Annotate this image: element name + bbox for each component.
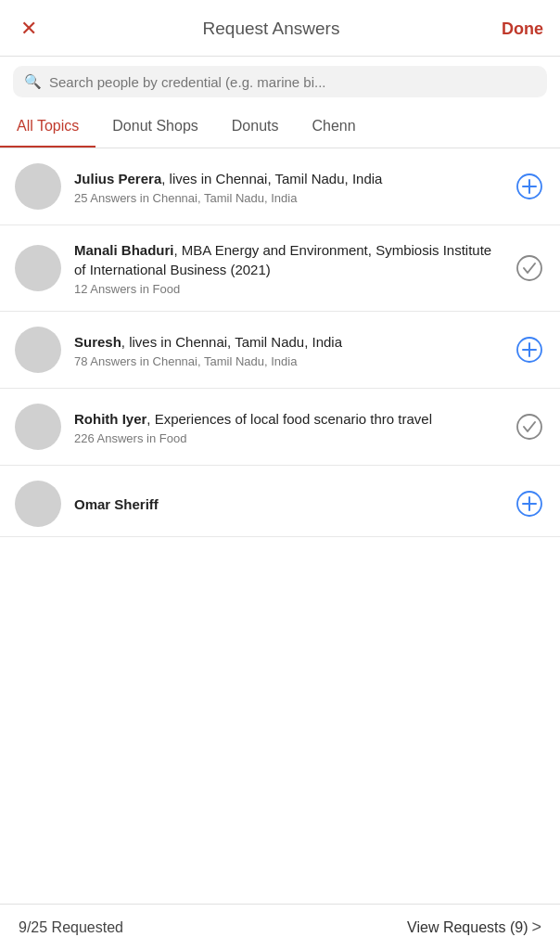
search-inner[interactable]: 🔍 xyxy=(13,66,547,97)
requested-count: 9/25 Requested xyxy=(19,919,123,936)
close-button[interactable]: ✕ xyxy=(17,13,41,45)
tab-chenn[interactable]: Chenn xyxy=(296,107,373,148)
person-name: Manali Bhaduri, MBA Energy and Environme… xyxy=(74,240,501,279)
avatar xyxy=(15,327,61,373)
check-button[interactable] xyxy=(514,411,545,443)
person-subtitle: 78 Answers in Chennai, Tamil Nadu, India xyxy=(74,354,501,368)
view-requests-button[interactable]: View Requests (9) > xyxy=(407,918,541,937)
check-button[interactable] xyxy=(514,252,545,284)
avatar xyxy=(15,245,61,291)
tab-all-topics[interactable]: All Topics xyxy=(0,107,95,148)
add-button[interactable] xyxy=(514,334,545,366)
person-info: Julius Perera, lives in Chennai, Tamil N… xyxy=(74,169,501,205)
person-info: Rohith Iyer, Experiences of local food s… xyxy=(74,409,501,445)
tab-donuts[interactable]: Donuts xyxy=(215,107,296,148)
done-button[interactable]: Done xyxy=(502,19,543,39)
avatar xyxy=(15,163,61,210)
add-button[interactable] xyxy=(514,488,545,520)
avatar xyxy=(15,404,61,450)
svg-point-7 xyxy=(517,415,541,439)
search-icon: 🔍 xyxy=(24,73,42,90)
person-info: Manali Bhaduri, MBA Energy and Environme… xyxy=(74,240,501,296)
list-item: Julius Perera, lives in Chennai, Tamil N… xyxy=(0,148,560,225)
page-title: Request Answers xyxy=(41,19,502,39)
search-bar: 🔍 xyxy=(0,57,560,107)
person-name: Suresh, lives in Chennai, Tamil Nadu, In… xyxy=(74,332,501,352)
list-item: Omar Sheriff xyxy=(0,466,560,537)
person-name: Julius Perera, lives in Chennai, Tamil N… xyxy=(74,169,501,188)
view-requests-label: View Requests (9) xyxy=(407,919,528,936)
person-name: Rohith Iyer, Experiences of local food s… xyxy=(74,409,501,429)
list-item: Rohith Iyer, Experiences of local food s… xyxy=(0,389,560,466)
person-info: Suresh, lives in Chennai, Tamil Nadu, In… xyxy=(74,332,501,368)
person-subtitle: 12 Answers in Food xyxy=(74,282,501,296)
people-list: Julius Perera, lives in Chennai, Tamil N… xyxy=(0,148,560,537)
tabs-container: All TopicsDonut ShopsDonutsChenn xyxy=(0,107,560,148)
header: ✕ Request Answers Done xyxy=(0,0,560,57)
chevron-right-icon: > xyxy=(531,918,541,937)
search-input[interactable] xyxy=(49,74,536,90)
svg-point-3 xyxy=(517,256,541,280)
person-info: Omar Sheriff xyxy=(74,494,501,514)
avatar xyxy=(15,481,61,527)
tab-donut-shops[interactable]: Donut Shops xyxy=(95,107,215,148)
person-name: Omar Sheriff xyxy=(74,494,501,514)
list-item: Suresh, lives in Chennai, Tamil Nadu, In… xyxy=(0,312,560,389)
person-subtitle: 25 Answers in Chennai, Tamil Nadu, India xyxy=(74,191,501,205)
list-item: Manali Bhaduri, MBA Energy and Environme… xyxy=(0,225,560,312)
person-subtitle: 226 Answers in Food xyxy=(74,431,501,445)
footer: 9/25 Requested View Requests (9) > xyxy=(0,904,560,950)
add-button[interactable] xyxy=(514,171,545,202)
